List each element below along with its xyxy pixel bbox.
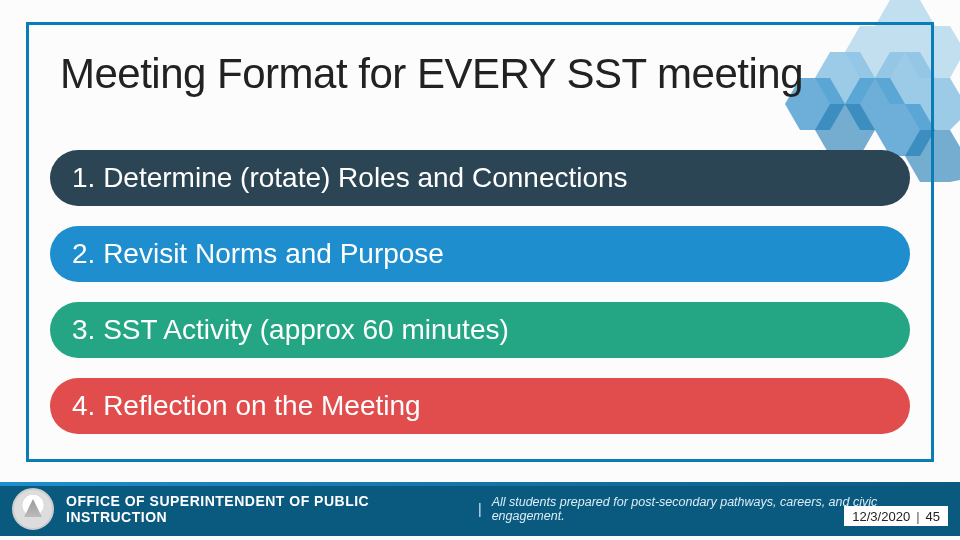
step-2: 2. Revisit Norms and Purpose <box>50 226 910 282</box>
date-page-separator: | <box>916 509 919 524</box>
step-3: 3. SST Activity (approx 60 minutes) <box>50 302 910 358</box>
date-page-block: 12/3/2020 | 45 <box>844 506 948 526</box>
step-list: 1. Determine (rotate) Roles and Connecti… <box>50 150 910 434</box>
step-3-label: 3. SST Activity (approx 60 minutes) <box>72 314 509 346</box>
footer-divider: | <box>478 501 482 517</box>
agency-name: OFFICE OF SUPERINTENDENT OF PUBLIC INSTR… <box>66 493 468 525</box>
footer-bar: OFFICE OF SUPERINTENDENT OF PUBLIC INSTR… <box>0 482 960 536</box>
agency-seal-icon <box>12 488 54 530</box>
step-4-label: 4. Reflection on the Meeting <box>72 390 421 422</box>
slide-date: 12/3/2020 <box>852 509 910 524</box>
step-4: 4. Reflection on the Meeting <box>50 378 910 434</box>
step-2-label: 2. Revisit Norms and Purpose <box>72 238 444 270</box>
footer-accent-stripe <box>0 482 960 486</box>
step-1-label: 1. Determine (rotate) Roles and Connecti… <box>72 162 628 194</box>
slide-title: Meeting Format for EVERY SST meeting <box>60 50 803 98</box>
slide-number: 45 <box>926 509 940 524</box>
step-1: 1. Determine (rotate) Roles and Connecti… <box>50 150 910 206</box>
